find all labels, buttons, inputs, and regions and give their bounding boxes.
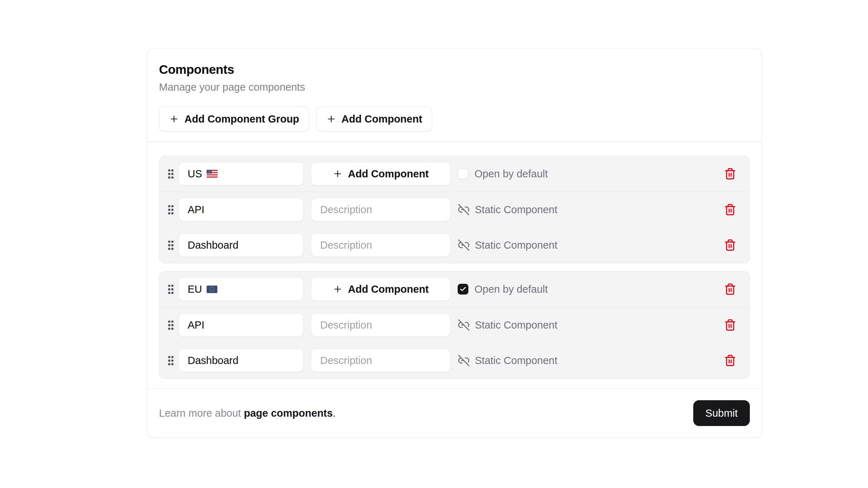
static-component-label: Static Component (475, 239, 558, 251)
drag-handle-icon[interactable] (167, 239, 175, 251)
eu-flag-icon (207, 286, 217, 293)
add-component-button[interactable]: Add Component (316, 106, 433, 131)
group-add-component-label: Add Component (348, 168, 429, 180)
plus-icon (333, 169, 343, 179)
static-component-label: Static Component (475, 355, 558, 367)
component-row: Static Component (159, 307, 749, 343)
drag-handle-icon[interactable] (167, 168, 175, 180)
group-add-component-button[interactable]: Add Component (311, 277, 450, 301)
group-add-component-label: Add Component (348, 283, 429, 295)
delete-component-button[interactable] (724, 239, 736, 251)
group-name-value: US (188, 168, 202, 180)
trash-icon (724, 283, 736, 295)
group-name-value: EU (188, 283, 202, 295)
drag-handle-icon[interactable] (167, 355, 175, 367)
delete-component-button[interactable] (724, 354, 736, 367)
static-component-field: Static Component (458, 239, 558, 251)
add-component-group-label: Add Component Group (184, 113, 299, 125)
group-name-input[interactable]: US (178, 162, 304, 186)
submit-button[interactable]: Submit (693, 400, 750, 426)
component-description-input[interactable] (311, 349, 450, 372)
static-component-label: Static Component (475, 319, 558, 331)
add-component-label: Add Component (342, 113, 423, 125)
plus-icon (333, 284, 343, 294)
drag-handle-icon[interactable] (167, 204, 175, 216)
trash-icon (724, 204, 736, 216)
component-name-input[interactable] (178, 349, 304, 372)
learn-more-prefix: Learn more about (159, 407, 244, 419)
learn-more-text: Learn more about page components. (159, 407, 336, 419)
check-icon (459, 286, 467, 293)
delete-group-button[interactable] (724, 168, 736, 180)
open-by-default-label: Open by default (474, 283, 548, 295)
static-component-field: Static Component (458, 204, 558, 216)
delete-group-button[interactable] (724, 283, 736, 295)
group-header-row: US Add Component Open by default (159, 156, 749, 192)
component-row: Static Component (159, 192, 749, 228)
delete-component-button[interactable] (724, 319, 736, 331)
group-header-row: EU Add Component Open by default (159, 272, 749, 307)
component-row: Static Component (159, 228, 749, 263)
component-description-input[interactable] (311, 313, 450, 337)
us-flag-icon (207, 170, 218, 178)
component-name-input[interactable] (178, 198, 304, 221)
add-component-group-button[interactable]: Add Component Group (159, 106, 309, 131)
card-footer: Learn more about page components. Submit (147, 389, 762, 437)
components-card: Components Manage your page components A… (147, 48, 762, 438)
static-component-label: Static Component (475, 204, 558, 216)
static-component-field: Static Component (458, 319, 558, 331)
open-by-default-label: Open by default (474, 168, 548, 180)
page-title: Components (159, 62, 750, 77)
link-off-icon (458, 204, 470, 216)
component-name-input[interactable] (178, 233, 304, 257)
trash-icon (724, 354, 736, 367)
link-off-icon (458, 319, 470, 331)
plus-icon (326, 114, 336, 124)
group-add-component-button[interactable]: Add Component (311, 162, 450, 186)
component-row: Static Component (159, 343, 749, 378)
component-description-input[interactable] (311, 233, 450, 257)
delete-component-button[interactable] (724, 204, 736, 216)
trash-icon (724, 319, 736, 331)
page-components-link[interactable]: page components (244, 407, 333, 419)
open-by-default-field: Open by default (458, 283, 548, 295)
plus-icon (169, 114, 179, 124)
link-off-icon (458, 354, 470, 367)
component-group-eu: EU Add Component Open by default (159, 271, 750, 379)
card-header: Components Manage your page components A… (147, 49, 762, 142)
drag-handle-icon[interactable] (167, 283, 175, 295)
learn-more-suffix: . (333, 407, 336, 419)
trash-icon (724, 239, 736, 251)
component-group-us: US Add Component Open by default (159, 156, 750, 263)
open-by-default-checkbox[interactable] (458, 168, 468, 179)
component-name-input[interactable] (178, 313, 304, 337)
open-by-default-checkbox[interactable] (458, 284, 468, 295)
static-component-field: Static Component (458, 354, 558, 367)
trash-icon (724, 168, 736, 180)
link-off-icon (458, 239, 470, 251)
page-subtitle: Manage your page components (159, 81, 750, 93)
group-name-input[interactable]: EU (178, 277, 304, 301)
component-description-input[interactable] (311, 198, 450, 221)
drag-handle-icon[interactable] (167, 319, 175, 331)
open-by-default-field: Open by default (458, 168, 548, 180)
component-groups-list: US Add Component Open by default (147, 142, 762, 388)
header-buttons: Add Component Group Add Component (159, 106, 750, 131)
